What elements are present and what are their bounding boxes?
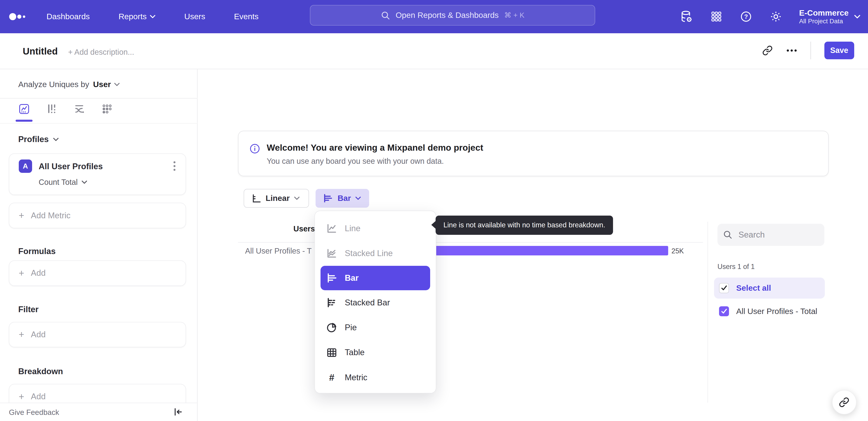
collapse-sidebar-icon[interactable] <box>174 407 183 417</box>
tab-flows-icon[interactable] <box>74 103 85 115</box>
bar-chart-icon <box>326 272 338 284</box>
report-actions: Save <box>762 41 854 59</box>
link-icon <box>839 397 849 408</box>
breakdown-section-header: Breakdown <box>18 367 63 376</box>
sidebar-divider <box>0 98 197 99</box>
help-button[interactable]: ? <box>739 10 753 23</box>
report-type-tabs <box>18 103 113 115</box>
analyze-entity-selector[interactable]: User <box>93 80 120 89</box>
info-icon <box>250 143 260 154</box>
metric-card[interactable]: A All User Profiles Count Total <box>9 153 186 195</box>
chart-type-selector[interactable]: Bar <box>315 189 369 208</box>
metric-name[interactable]: All User Profiles <box>39 162 103 171</box>
tab-insights-icon[interactable] <box>18 103 30 115</box>
grid-icon <box>710 10 723 23</box>
series-checkbox[interactable] <box>719 306 729 316</box>
formulas-label: Formulas <box>18 247 56 256</box>
report-title[interactable]: Untitled <box>23 46 58 57</box>
mixpanel-logo-icon[interactable] <box>9 12 31 21</box>
demo-banner: Welcome! You are viewing a Mixpanel demo… <box>238 131 829 176</box>
menu-item-stacked-bar[interactable]: Stacked Bar <box>315 290 436 315</box>
check-icon <box>721 285 727 290</box>
more-options-button[interactable] <box>786 49 797 52</box>
analyze-entity-value: User <box>93 80 111 89</box>
chevron-down-icon <box>150 15 155 18</box>
nav-users-label: Users <box>184 12 205 21</box>
chart-column-users: Users <box>293 224 315 233</box>
chart-row-label: All User Profiles - T <box>221 247 312 255</box>
add-metric-label: Add Metric <box>31 211 70 220</box>
global-search-button[interactable]: Open Reports & Dashboards ⌘ + K <box>310 5 595 26</box>
menu-item-metric[interactable]: # Metric <box>315 365 436 390</box>
add-filter-button[interactable]: + Add <box>9 322 186 347</box>
share-link-fab[interactable] <box>832 390 857 415</box>
give-feedback-link[interactable]: Give Feedback <box>9 408 59 417</box>
ellipsis-icon <box>786 49 797 52</box>
project-info: E-Commerce All Project Data <box>799 8 848 25</box>
plus-icon: + <box>19 269 24 278</box>
chevron-down-icon <box>854 15 860 19</box>
profiles-section-header[interactable]: Profiles <box>18 135 59 144</box>
sidebar-divider <box>0 123 197 123</box>
series-search-input[interactable] <box>717 224 825 246</box>
series-row[interactable]: All User Profiles - Total <box>714 301 825 322</box>
global-search-placeholder: Open Reports & Dashboards <box>396 11 499 20</box>
tab-funnels-icon[interactable] <box>46 103 57 115</box>
chart-type-menu: Line Stacked Line Bar Stacked Bar Pie <box>314 210 436 393</box>
tooltip-text: Line is not available with no time based… <box>443 221 605 229</box>
add-metric-button[interactable]: + Add Metric <box>9 203 186 228</box>
copy-link-button[interactable] <box>762 45 773 56</box>
menu-item-line[interactable]: Line <box>315 216 436 241</box>
nav-reports-label: Reports <box>119 12 147 21</box>
stacked-bar-chart-icon <box>326 297 338 308</box>
apps-grid-button[interactable] <box>710 10 723 23</box>
mixpanel-app: Dashboards Reports Users Events Open Rep… <box>0 0 868 421</box>
add-formula-button[interactable]: + Add <box>9 260 186 286</box>
aggregation-value: Count Total <box>39 178 78 187</box>
data-management-button[interactable] <box>680 10 693 24</box>
disabled-option-tooltip: Line is not available with no time based… <box>436 216 613 235</box>
check-icon <box>721 309 727 314</box>
menu-item-stacked-line[interactable]: Stacked Line <box>315 241 436 266</box>
plus-icon: + <box>19 330 24 339</box>
chart-bar-value: 25K <box>672 247 684 255</box>
select-all-row[interactable]: Select all <box>714 278 825 299</box>
nav-users[interactable]: Users <box>184 12 205 21</box>
hash-icon: # <box>326 372 338 383</box>
metric-menu-button[interactable] <box>169 160 180 173</box>
settings-button[interactable] <box>769 10 782 23</box>
scale-selector[interactable]: Linear <box>244 189 309 208</box>
menu-item-bar[interactable]: Bar <box>320 266 430 290</box>
save-button[interactable]: Save <box>825 41 854 59</box>
nav-reports[interactable]: Reports <box>119 12 155 21</box>
select-all-checkbox[interactable] <box>719 283 729 293</box>
tab-retention-icon[interactable] <box>101 103 113 115</box>
nav-dashboards[interactable]: Dashboards <box>46 12 90 21</box>
filter-section-header: Filter <box>18 305 39 314</box>
add-description-field[interactable]: + Add description... <box>68 48 134 57</box>
banner-title: Welcome! You are viewing a Mixpanel demo… <box>267 143 483 153</box>
menu-item-table[interactable]: Table <box>315 340 436 365</box>
project-switcher[interactable]: E-Commerce All Project Data <box>799 8 860 25</box>
chevron-down-icon <box>355 197 361 200</box>
add-filter-label: Add <box>31 330 45 339</box>
nav-events[interactable]: Events <box>234 12 258 21</box>
plus-icon: + <box>19 392 24 401</box>
menu-item-label: Stacked Bar <box>345 298 390 307</box>
table-icon <box>326 347 338 358</box>
pie-chart-icon <box>326 322 338 333</box>
menu-item-pie[interactable]: Pie <box>315 315 436 340</box>
filter-label: Filter <box>18 305 39 314</box>
metric-badge: A <box>19 160 32 173</box>
banner-subtitle: You can use any board you see with your … <box>267 157 444 166</box>
line-chart-icon <box>326 223 338 234</box>
menu-item-label: Bar <box>345 273 359 283</box>
aggregation-selector[interactable]: Count Total <box>39 178 87 187</box>
series-count: Users 1 of 1 <box>717 263 755 271</box>
tooltip-arrow <box>431 221 436 229</box>
menu-item-label: Stacked Line <box>345 249 393 258</box>
scale-value: Linear <box>266 194 290 203</box>
menu-item-label: Table <box>345 348 365 357</box>
kebab-icon <box>174 161 176 171</box>
database-gear-icon <box>680 10 693 24</box>
